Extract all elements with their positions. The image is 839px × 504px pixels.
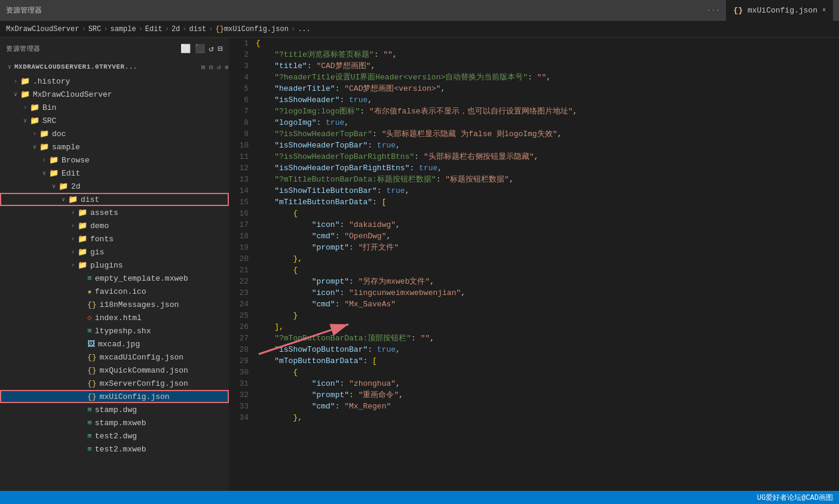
sidebar-item-mxui[interactable]: {} mxUiConfig.json [0, 390, 229, 403]
sidebar-item-2d[interactable]: ∨ 📁 2d [0, 180, 229, 193]
line-number: 17 [235, 219, 249, 231]
sidebar-item-empty-template[interactable]: ≡ empty_template.mxweb [0, 272, 229, 285]
sidebar-item-label: ltypeshp.shx [95, 327, 151, 336]
folder-icon: 📁 [78, 247, 87, 257]
breadcrumb-part[interactable]: MxDrawCloudServer [6, 25, 79, 33]
sidebar-item-mxdrawcloudserver[interactable]: ∨ 📁 MxDrawCloudServer [0, 88, 229, 101]
explorer-label: 资源管理器 [6, 44, 41, 53]
folder-icon: 📁 [30, 103, 39, 112]
sidebar-item-test2-dwg[interactable]: ≡ test2.dwg [0, 429, 229, 442]
line-number: 31 [235, 378, 249, 389]
line-number: 25 [235, 310, 249, 321]
sidebar-item-dist[interactable]: ∨ 📁 dist [0, 193, 229, 206]
line-number: 14 [235, 185, 249, 196]
new-file-icon[interactable]: ⬜ [180, 44, 191, 54]
sidebar-item-history[interactable]: › 📁 .history [0, 75, 229, 88]
folder-icon: 📁 [39, 142, 49, 152]
collapse-icon[interactable]: ⊟ [218, 44, 223, 54]
json-icon: {} [87, 353, 97, 362]
sidebar-item-mxserver[interactable]: {} mxServerConfig.json [0, 377, 229, 390]
breadcrumb-part[interactable]: mxUiConfig.json [224, 25, 289, 33]
code-line: "mTitleButtonBarData": [ [256, 196, 827, 208]
editor-content[interactable]: 1234567891011121314151617181920212223242… [229, 38, 839, 491]
line-number: 6 [235, 94, 249, 106]
code-line: { [256, 38, 827, 49]
editor: 1234567891011121314151617181920212223242… [229, 38, 839, 491]
folder-icon: 📁 [30, 116, 39, 125]
breadcrumb-ellipsis: ... [298, 25, 311, 33]
line-number: 13 [235, 174, 249, 185]
code-line: }, [256, 412, 827, 423]
json-icon: {} [87, 392, 97, 401]
line-number: 8 [235, 117, 249, 128]
sidebar-item-ltypeshp[interactable]: ≡ ltypeshp.shx [0, 324, 229, 337]
sidebar-item-src[interactable]: ∨ 📁 SRC [0, 114, 229, 127]
line-number: 10 [235, 140, 249, 151]
breadcrumb-part[interactable]: dist [189, 25, 206, 33]
sidebar-item-i18n[interactable]: {} i18nMessages.json [0, 298, 229, 311]
breadcrumb-part[interactable]: Edit [145, 25, 163, 33]
dwg-icon: ≡ [87, 405, 92, 414]
sidebar-item-index[interactable]: ◇ index.html [0, 311, 229, 324]
sidebar-item-label: sample [52, 143, 80, 152]
sidebar-item-gis[interactable]: › 📁 gis [0, 245, 229, 259]
breadcrumb-part[interactable]: sample [110, 25, 136, 33]
code-line: "cmd": "OpenDwg", [256, 231, 827, 242]
sidebar-item-doc[interactable]: › 📁 doc [0, 127, 229, 140]
root-arrow: ∨ [5, 63, 14, 70]
sidebar-item-mxcad-jpg[interactable]: 🖼 mxcad.jpg [0, 337, 229, 351]
code-area[interactable]: { "?title浏览器标签页标题": "", "title": "CAD梦想画… [256, 38, 839, 491]
line-number: 20 [235, 253, 249, 265]
line-number: 32 [235, 389, 249, 401]
refresh-icon[interactable]: ↺ [209, 44, 214, 54]
html-icon: ◇ [87, 313, 92, 322]
sidebar-item-bin[interactable]: › 📁 Bin [0, 101, 229, 114]
sidebar-item-label: stamp.mxweb [95, 419, 146, 428]
sidebar-item-plugins[interactable]: › 📁 plugins [0, 259, 229, 272]
breadcrumb-part[interactable]: SRC [88, 25, 102, 33]
sidebar-item-label: favicon.ico [95, 287, 146, 296]
sidebar-item-browse[interactable]: › 📁 Browse [0, 153, 229, 167]
line-number: 16 [235, 208, 249, 219]
line-numbers: 1234567891011121314151617181920212223242… [229, 38, 256, 491]
json-icon: {} [87, 300, 97, 309]
sidebar-item-label: mxcadUiConfig.json [100, 353, 183, 362]
code-line: "isShowHeaderTopBarRightBtns": true, [256, 162, 827, 174]
folder-icon: 📁 [39, 129, 49, 139]
code-line: "?logoImg:logo图标": "布尔值false表示不显示，也可以自行设… [256, 106, 827, 117]
code-line: }, [256, 253, 827, 265]
sidebar-item-assets[interactable]: › 📁 assets [0, 206, 229, 219]
code-line: "headerTitle": "CAD梦想画图<version>", [256, 83, 827, 94]
sidebar-item-sample[interactable]: ∨ 📁 sample [0, 140, 229, 153]
active-tab[interactable]: {} mxUiConfig.json × [726, 0, 833, 21]
tab-close-icon[interactable]: × [822, 7, 826, 14]
line-number: 15 [235, 196, 249, 208]
sidebar-item-label: gis [90, 248, 104, 257]
sidebar-item-label: plugins [90, 261, 123, 270]
sidebar-item-label: stamp.dwg [95, 405, 137, 414]
img-icon: 🖼 [87, 340, 95, 349]
sidebar-item-label: demo [90, 222, 109, 231]
sidebar-item-label: index.html [95, 314, 142, 322]
sidebar-item-mxcad-ui[interactable]: {} mxcadUiConfig.json [0, 351, 229, 364]
sidebar-item-fonts[interactable]: › 📁 fonts [0, 232, 229, 245]
new-folder-icon[interactable]: ⬛ [195, 44, 206, 54]
sidebar-item-stamp-dwg[interactable]: ≡ stamp.dwg [0, 403, 229, 416]
line-number: 4 [235, 72, 249, 83]
sidebar-item-stamp-mxweb[interactable]: ≡ stamp.mxweb [0, 416, 229, 429]
json-icon: {} [87, 366, 97, 375]
code-line: } [256, 310, 827, 321]
sidebar-item-demo[interactable]: › 📁 demo [0, 219, 229, 232]
sidebar-item-edit[interactable]: ∨ 📁 Edit [0, 167, 229, 180]
breadcrumb: MxDrawCloudServer › SRC › sample › Edit … [0, 21, 839, 38]
code-line: "title": "CAD梦想画图", [256, 60, 827, 72]
sidebar-item-test2-mxweb[interactable]: ≡ test2.mxweb [0, 442, 229, 456]
line-number: 11 [235, 151, 249, 162]
status-text: UG爱好者论坛@CAD画图 [757, 493, 833, 503]
sidebar-item-favicon[interactable]: ★ favicon.ico [0, 285, 229, 298]
sidebar-root[interactable]: ∨ MXDRAWCLOUDSERVER1.0TRYVER... ⊞ ⊟ ↺ ⊕ [0, 59, 229, 75]
line-number: 1 [235, 38, 249, 49]
line-number: 33 [235, 401, 249, 412]
breadcrumb-part[interactable]: 2d [172, 25, 180, 33]
sidebar-item-mxquick[interactable]: {} mxQuickCommand.json [0, 364, 229, 377]
